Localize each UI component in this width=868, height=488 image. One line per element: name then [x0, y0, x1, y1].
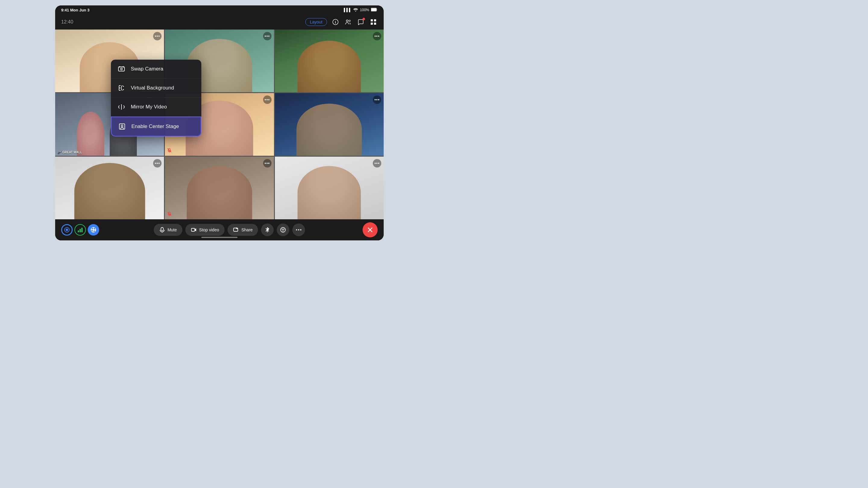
settings-icon[interactable] — [88, 224, 99, 235]
more-options-5[interactable]: ••• — [263, 96, 272, 104]
center-stage-label: Enable Center Stage — [131, 124, 179, 130]
svg-point-17 — [121, 68, 122, 70]
svg-rect-6 — [371, 19, 373, 22]
mic-active-icon: 🎤 — [58, 151, 61, 154]
info-button[interactable]: i — [331, 18, 340, 26]
swap-camera-item[interactable]: Swap Camera — [111, 60, 201, 78]
signal-icon: ▌▌▌ — [344, 8, 352, 12]
reactions-button[interactable] — [277, 224, 289, 236]
svg-point-29 — [66, 229, 68, 231]
center-stage-item[interactable]: Enable Center Stage — [111, 117, 201, 136]
svg-point-5 — [349, 20, 350, 22]
battery-text: 100% — [360, 8, 369, 12]
virtual-bg-label: Virtual Background — [131, 85, 174, 91]
stop-video-button[interactable]: Stop video — [185, 224, 224, 236]
video-cell-8[interactable]: ••• — [165, 157, 274, 219]
more-options-6[interactable]: ••• — [373, 96, 381, 104]
status-time: 9:41 Mon Jun 3 — [61, 8, 90, 12]
svg-point-33 — [93, 229, 94, 231]
muted-icon-8 — [167, 212, 172, 217]
app-icons — [61, 224, 99, 235]
more-options-9[interactable]: ••• — [373, 159, 381, 167]
svg-rect-30 — [78, 230, 79, 232]
video-cell-3[interactable]: ••• — [275, 30, 384, 92]
mic-icon — [159, 227, 165, 233]
header-controls: Layout i — [305, 18, 378, 26]
svg-rect-7 — [374, 19, 376, 22]
mirror-label: Mirror My Video — [131, 104, 167, 110]
svg-line-24 — [122, 89, 124, 90]
header-time: 12:40 — [61, 19, 73, 25]
share-label: Share — [241, 227, 253, 232]
svg-rect-36 — [161, 227, 163, 231]
video-cell-6[interactable]: ••• — [275, 93, 384, 156]
virtual-bg-icon — [117, 84, 126, 93]
stats-icon[interactable] — [74, 224, 86, 235]
wifi-icon — [353, 8, 358, 12]
mute-label: Mute — [167, 227, 177, 232]
video-cell-7[interactable]: ••• — [55, 157, 164, 219]
chat-button[interactable] — [356, 18, 365, 26]
grid-button[interactable] — [369, 18, 378, 26]
svg-rect-9 — [374, 23, 376, 25]
mute-button[interactable]: Mute — [154, 224, 182, 236]
status-bar: 9:41 Mon Jun 3 ▌▌▌ 100% — [55, 5, 384, 14]
svg-point-43 — [296, 229, 297, 230]
svg-point-41 — [282, 229, 283, 230]
share-button[interactable]: Share — [227, 224, 258, 236]
webex-icon[interactable] — [61, 224, 73, 235]
svg-line-10 — [167, 149, 171, 152]
center-stage-icon — [118, 122, 127, 131]
svg-point-4 — [346, 20, 348, 22]
svg-point-40 — [281, 227, 285, 232]
more-options-2[interactable]: ••• — [263, 32, 272, 40]
swap-camera-label: Swap Camera — [131, 66, 163, 72]
share-icon — [233, 227, 239, 233]
mirror-video-item[interactable]: Mirror My Video — [111, 98, 201, 117]
video-cell-9[interactable]: ••• — [275, 157, 384, 219]
bottom-controls: Mute Stop video — [154, 224, 305, 236]
more-options-3[interactable]: ••• — [373, 32, 381, 40]
end-call-button[interactable] — [363, 222, 378, 237]
svg-point-44 — [298, 229, 299, 230]
video-options-menu: Swap Camera Virtual Background — [111, 60, 201, 136]
participants-button[interactable] — [344, 18, 352, 26]
layout-button[interactable]: Layout — [305, 18, 327, 26]
svg-point-27 — [121, 125, 123, 127]
svg-point-42 — [284, 229, 284, 230]
bluetooth-button[interactable] — [261, 224, 274, 236]
status-icons: ▌▌▌ 100% — [344, 8, 378, 12]
svg-rect-16 — [119, 67, 124, 71]
svg-line-13 — [167, 212, 171, 216]
svg-text:i: i — [335, 20, 336, 24]
svg-rect-26 — [119, 124, 125, 129]
svg-rect-38 — [191, 228, 195, 231]
more-options-button[interactable] — [292, 224, 305, 236]
swap-camera-icon — [117, 64, 126, 73]
video-grid: ••• ••• ••• 🎤 GREAT WALL ••• — [55, 30, 384, 219]
more-options-8[interactable]: ••• — [263, 159, 272, 167]
svg-point-45 — [300, 229, 301, 230]
name-tag-4: 🎤 GREAT WALL — [58, 151, 82, 154]
svg-rect-8 — [371, 23, 373, 25]
battery-icon — [371, 8, 378, 12]
home-indicator — [201, 237, 238, 238]
svg-rect-1 — [371, 8, 376, 11]
header-bar: 12:40 Layout i — [55, 14, 384, 30]
muted-icon-5 — [167, 148, 172, 153]
svg-rect-31 — [80, 229, 81, 232]
stop-video-label: Stop video — [199, 227, 219, 232]
svg-line-23 — [122, 86, 124, 87]
device-frame: 9:41 Mon Jun 3 ▌▌▌ 100% 12:40 — [55, 5, 384, 240]
video-icon — [191, 227, 197, 233]
mirror-icon — [117, 102, 126, 111]
svg-rect-32 — [82, 228, 83, 232]
virtual-background-item[interactable]: Virtual Background — [111, 78, 201, 98]
